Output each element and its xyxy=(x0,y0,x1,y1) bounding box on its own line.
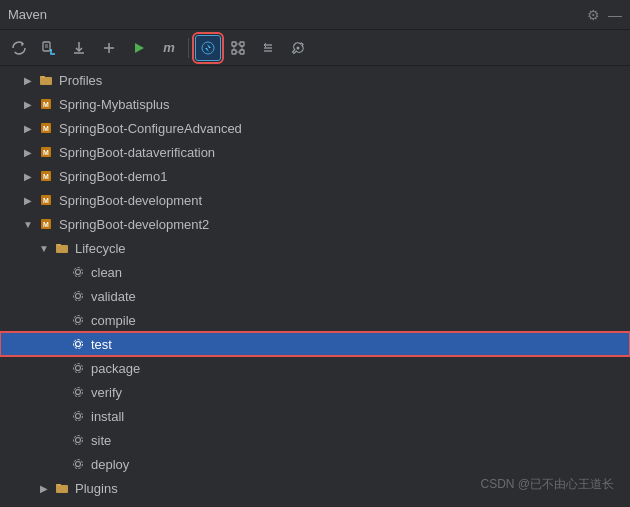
collapse-all-button[interactable] xyxy=(255,35,281,61)
svg-point-48 xyxy=(76,390,81,395)
label-test: test xyxy=(91,337,112,352)
label-development: SpringBoot-development xyxy=(59,193,202,208)
reload-button[interactable] xyxy=(6,35,32,61)
svg-rect-56 xyxy=(56,485,68,493)
svg-point-40 xyxy=(76,294,81,299)
tree-item-site[interactable]: site xyxy=(0,428,630,452)
arrow-compile xyxy=(52,312,68,328)
arrow-development: ▶ xyxy=(20,192,36,208)
toolbar: m xyxy=(0,30,630,66)
tree-item-dataverification[interactable]: ▶ M SpringBoot-dataverification xyxy=(0,140,630,164)
reimport-button[interactable] xyxy=(36,35,62,61)
svg-rect-22 xyxy=(40,77,52,85)
label-install: install xyxy=(91,409,124,424)
label-profiles: Profiles xyxy=(59,73,102,88)
gear-icon-verify xyxy=(70,384,86,400)
svg-point-8 xyxy=(202,42,214,54)
svg-rect-13 xyxy=(240,50,244,54)
arrow-verify xyxy=(52,384,68,400)
svg-rect-10 xyxy=(232,42,236,46)
svg-point-44 xyxy=(76,342,81,347)
arrow-package xyxy=(52,360,68,376)
svg-marker-7 xyxy=(135,43,144,53)
tree-item-profiles[interactable]: ▶ Profiles xyxy=(0,68,630,92)
label-demo1: SpringBoot-demo1 xyxy=(59,169,167,184)
gear-icon-validate xyxy=(70,288,86,304)
svg-text:M: M xyxy=(43,149,49,156)
arrow-validate xyxy=(52,288,68,304)
svg-point-51 xyxy=(74,412,83,421)
svg-text:M: M xyxy=(43,221,49,228)
svg-rect-37 xyxy=(56,244,61,246)
label-validate: validate xyxy=(91,289,136,304)
tree-item-test[interactable]: test xyxy=(0,332,630,356)
toolbar-separator xyxy=(188,38,189,58)
svg-point-39 xyxy=(74,268,83,277)
tree-item-validate[interactable]: validate xyxy=(0,284,630,308)
add-button[interactable] xyxy=(96,35,122,61)
label-verify: verify xyxy=(91,385,122,400)
tree-item-compile[interactable]: compile xyxy=(0,308,630,332)
maven-icon-development: M xyxy=(38,192,54,208)
tree-item-mybatisplus[interactable]: ▶ M Spring-Mybatisplus xyxy=(0,92,630,116)
arrow-lifecycle: ▼ xyxy=(36,240,52,256)
tree-item-package[interactable]: package xyxy=(0,356,630,380)
svg-rect-57 xyxy=(56,484,61,486)
tree-item-lifecycle[interactable]: ▼ Lifecycle xyxy=(0,236,630,260)
tree-content: ▶ Profiles ▶ M Spring-Mybatisplus ▶ M Sp… xyxy=(0,66,630,507)
svg-point-52 xyxy=(76,438,81,443)
title-actions: ⚙ — xyxy=(587,7,622,23)
arrow-install xyxy=(52,408,68,424)
arrow-development2: ▼ xyxy=(20,216,36,232)
run-button[interactable] xyxy=(126,35,152,61)
arrow-clean xyxy=(52,264,68,280)
show-dependencies-button[interactable] xyxy=(225,35,251,61)
skip-tests-button[interactable] xyxy=(195,35,221,61)
arrow-profiles: ▶ xyxy=(20,72,36,88)
arrow-demo1: ▶ xyxy=(20,168,36,184)
tree-item-configure[interactable]: ▶ M SpringBoot-ConfigureAdvanced xyxy=(0,116,630,140)
download-button[interactable] xyxy=(66,35,92,61)
svg-point-43 xyxy=(74,316,83,325)
maven-settings-button[interactable] xyxy=(285,35,311,61)
maven-icon-demo1: M xyxy=(38,168,54,184)
folder-icon-plugins xyxy=(54,480,70,496)
maven-icon-configure: M xyxy=(38,120,54,136)
gear-icon-deploy xyxy=(70,456,86,472)
tree-item-clean[interactable]: clean xyxy=(0,260,630,284)
svg-rect-36 xyxy=(56,245,68,253)
svg-text:M: M xyxy=(43,173,49,180)
svg-point-53 xyxy=(74,436,83,445)
tree-item-verify[interactable]: verify xyxy=(0,380,630,404)
tree-item-development2[interactable]: ▼ M SpringBoot-development2 xyxy=(0,212,630,236)
tree-item-deploy[interactable]: deploy xyxy=(0,452,630,476)
svg-text:M: M xyxy=(43,125,49,132)
maven-icon-mybatisplus: M xyxy=(38,96,54,112)
tree-item-plugins[interactable]: ▶ Plugins xyxy=(0,476,630,500)
svg-point-41 xyxy=(74,292,83,301)
minimize-icon[interactable]: — xyxy=(608,7,622,23)
svg-point-45 xyxy=(74,340,83,349)
gear-icon-compile xyxy=(70,312,86,328)
maven-goal-button[interactable]: m xyxy=(156,35,182,61)
label-package: package xyxy=(91,361,140,376)
gear-icon-site xyxy=(70,432,86,448)
arrow-site xyxy=(52,432,68,448)
label-clean: clean xyxy=(91,265,122,280)
arrow-mybatisplus: ▶ xyxy=(20,96,36,112)
tree-item-development[interactable]: ▶ M SpringBoot-development xyxy=(0,188,630,212)
svg-point-47 xyxy=(74,364,83,373)
svg-rect-12 xyxy=(232,50,236,54)
settings-title-icon[interactable]: ⚙ xyxy=(587,7,600,23)
arrow-plugins: ▶ xyxy=(36,480,52,496)
arrow-dataverification: ▶ xyxy=(20,144,36,160)
label-deploy: deploy xyxy=(91,457,129,472)
svg-rect-11 xyxy=(240,42,244,46)
svg-point-38 xyxy=(76,270,81,275)
tree-item-install[interactable]: install xyxy=(0,404,630,428)
tree-item-demo1[interactable]: ▶ M SpringBoot-demo1 xyxy=(0,164,630,188)
label-development2: SpringBoot-development2 xyxy=(59,217,209,232)
label-compile: compile xyxy=(91,313,136,328)
arrow-deploy xyxy=(52,456,68,472)
svg-rect-23 xyxy=(40,76,45,78)
